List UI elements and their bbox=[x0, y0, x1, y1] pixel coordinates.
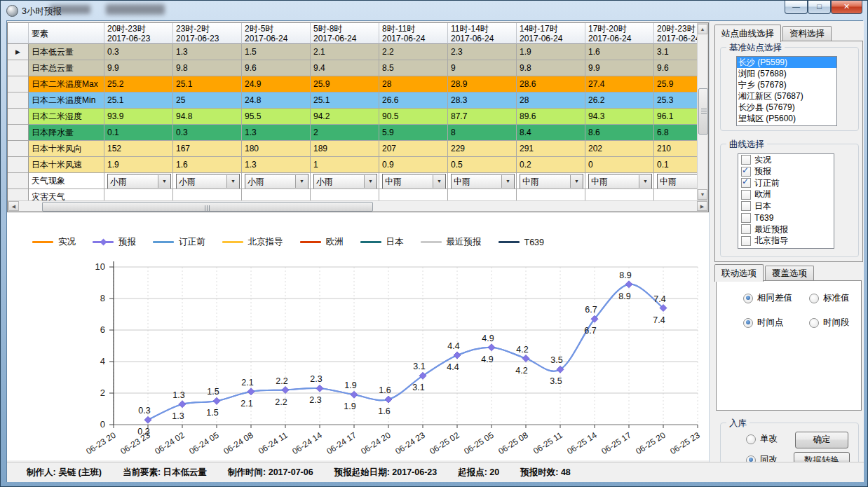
grid-cell[interactable]: 1.3 bbox=[242, 157, 311, 173]
combobox-dropdown-icon[interactable]: ▼ bbox=[570, 175, 583, 188]
maximize-button[interactable]: □ bbox=[808, 1, 831, 14]
row-selector-cell[interactable] bbox=[8, 125, 29, 141]
station-list-item[interactable]: 湘江新区 (57687) bbox=[737, 90, 836, 102]
curve-checkbox-item[interactable]: T639 bbox=[738, 212, 834, 224]
tab-data-select[interactable]: 资料选择 bbox=[782, 26, 832, 42]
grid-cell[interactable]: 24.8 bbox=[242, 92, 311, 109]
grid-cell[interactable]: 24.9 bbox=[242, 76, 311, 92]
checkbox-icon[interactable] bbox=[741, 167, 751, 177]
weather-combobox[interactable]: 小雨▼ bbox=[245, 174, 308, 189]
grid-cell[interactable]: 9.8 bbox=[517, 60, 585, 76]
grid-cell[interactable]: 8.5 bbox=[379, 60, 448, 76]
weather-combo-cell[interactable]: 中雨▼ bbox=[585, 173, 654, 189]
grid-cell[interactable]: 0.3 bbox=[104, 44, 173, 60]
link-option-radio[interactable]: 相同差值 bbox=[743, 292, 792, 304]
grid-cell[interactable]: 1.6 bbox=[585, 44, 654, 60]
link-option-radio[interactable]: 标准值 bbox=[809, 292, 850, 304]
grid-cell[interactable]: 28.3 bbox=[448, 92, 517, 109]
grid-cell[interactable]: 167 bbox=[173, 141, 242, 157]
curve-checkbox-item[interactable]: 欧洲 bbox=[738, 189, 834, 201]
grid-cell[interactable]: 25.9 bbox=[311, 76, 379, 92]
grid-cell[interactable]: 28.9 bbox=[448, 76, 517, 92]
grid-cell[interactable]: 152 bbox=[104, 141, 173, 157]
row-selector-cell[interactable] bbox=[8, 173, 29, 189]
minimize-button[interactable]: — bbox=[785, 1, 808, 14]
grid-cell[interactable]: 291 bbox=[517, 141, 585, 157]
checkbox-icon[interactable] bbox=[741, 224, 751, 234]
weather-combo-cell[interactable]: 小雨▼ bbox=[242, 173, 311, 189]
link-option-radio[interactable]: 时间点 bbox=[743, 317, 784, 329]
grid-cell[interactable]: 9.9 bbox=[585, 60, 654, 76]
grid-cell[interactable]: 27.4 bbox=[585, 76, 654, 92]
grid-cell[interactable]: 95.5 bbox=[242, 109, 311, 125]
grid-cell[interactable]: 189 bbox=[311, 141, 379, 157]
checkbox-icon[interactable] bbox=[741, 155, 751, 165]
grid-cell[interactable]: 1.9 bbox=[517, 44, 585, 60]
grid-cell[interactable]: 25.1 bbox=[173, 76, 242, 92]
curve-checkbox-item[interactable]: 北京指导 bbox=[738, 235, 834, 247]
link-option-radio[interactable]: 时间段 bbox=[809, 317, 850, 329]
grid-cell[interactable]: 1.3 bbox=[242, 125, 311, 141]
grid-cell[interactable]: 1.6 bbox=[173, 157, 242, 173]
grid-cell[interactable]: 9.8 bbox=[173, 60, 242, 76]
curve-checkbox-item[interactable]: 实况 bbox=[738, 154, 834, 166]
grid-cell[interactable]: 0.9 bbox=[379, 157, 448, 173]
grid-cell[interactable]: 89.6 bbox=[517, 109, 585, 125]
vertical-scroll-thumb[interactable] bbox=[698, 88, 708, 135]
grid-cell[interactable]: 9.9 bbox=[104, 60, 173, 76]
radio-icon[interactable] bbox=[743, 294, 753, 303]
grid-cell[interactable]: 6.8 bbox=[654, 125, 697, 141]
grid-cell[interactable]: 25.1 bbox=[104, 92, 173, 109]
station-list-item[interactable]: 宁乡 (57678) bbox=[737, 79, 836, 90]
combobox-dropdown-icon[interactable]: ▼ bbox=[295, 175, 308, 188]
tab-station-curve-select[interactable]: 站点曲线选择 bbox=[714, 25, 781, 42]
horizontal-scroll-thumb[interactable] bbox=[42, 202, 373, 212]
weather-combobox[interactable]: 小雨▼ bbox=[176, 174, 240, 189]
grid-cell[interactable]: 1.3 bbox=[173, 44, 242, 60]
grid-cell[interactable] bbox=[242, 189, 311, 200]
grid-cell[interactable]: 2.2 bbox=[379, 44, 448, 60]
grid-cell[interactable]: 28.6 bbox=[517, 76, 585, 92]
grid-cell[interactable]: 0.3 bbox=[173, 125, 242, 141]
weather-combobox[interactable]: 小雨▼ bbox=[107, 174, 171, 189]
radio-icon[interactable] bbox=[746, 434, 756, 444]
grid-cell[interactable]: 8.4 bbox=[517, 125, 585, 141]
scroll-left-button[interactable]: ◀ bbox=[8, 201, 19, 211]
scroll-down-button[interactable]: ▼ bbox=[698, 189, 707, 200]
combobox-dropdown-icon[interactable]: ▼ bbox=[433, 175, 445, 188]
grid-cell[interactable]: 9.6 bbox=[654, 60, 697, 76]
checkbox-icon[interactable] bbox=[741, 190, 751, 200]
grid-cell[interactable]: 26.6 bbox=[379, 92, 448, 109]
grid-cell[interactable]: 25.3 bbox=[654, 92, 697, 109]
station-list-item[interactable]: 望城区 (P5600) bbox=[737, 113, 836, 124]
weather-combo-cell[interactable]: 中雨▼ bbox=[654, 173, 697, 189]
grid-cell[interactable]: 93.9 bbox=[104, 109, 173, 125]
curve-checkbox-item[interactable]: 预报 bbox=[738, 166, 834, 178]
grid-cell[interactable]: 9 bbox=[448, 60, 517, 76]
grid-cell[interactable]: 94.8 bbox=[173, 109, 242, 125]
grid-cell[interactable] bbox=[379, 189, 448, 200]
grid-cell[interactable]: 0.2 bbox=[517, 157, 585, 173]
row-selector-cell[interactable] bbox=[8, 141, 29, 157]
grid-cell[interactable] bbox=[517, 189, 585, 200]
station-listbox[interactable]: 长沙 (P5599)浏阳 (57688)宁乡 (57678)湘江新区 (5768… bbox=[736, 56, 837, 126]
grid-cell[interactable]: 180 bbox=[242, 141, 311, 157]
grid-cell[interactable] bbox=[311, 189, 379, 200]
grid-cell[interactable]: 90.5 bbox=[379, 109, 448, 125]
grid-cell[interactable]: 0.1 bbox=[654, 157, 697, 173]
curve-checkbox-item[interactable]: 最近预报 bbox=[738, 224, 834, 235]
row-selector-cell[interactable] bbox=[8, 60, 29, 76]
grid-cell[interactable]: 202 bbox=[585, 141, 654, 157]
grid-cell[interactable] bbox=[585, 189, 654, 200]
checkbox-icon[interactable] bbox=[741, 201, 751, 211]
row-selector-cell[interactable] bbox=[8, 189, 29, 200]
grid-cell[interactable]: 0 bbox=[585, 157, 654, 173]
weather-combo-cell[interactable]: 中雨▼ bbox=[517, 173, 585, 189]
grid-cell[interactable] bbox=[173, 189, 242, 200]
grid-cell[interactable]: 210 bbox=[654, 141, 697, 157]
weather-combo-cell[interactable]: 小雨▼ bbox=[173, 173, 242, 189]
grid-cell[interactable]: 26.2 bbox=[585, 92, 654, 109]
weather-combo-cell[interactable]: 中雨▼ bbox=[379, 173, 448, 189]
combobox-dropdown-icon[interactable]: ▼ bbox=[364, 175, 377, 188]
weather-combobox[interactable]: 小雨▼ bbox=[313, 174, 377, 189]
